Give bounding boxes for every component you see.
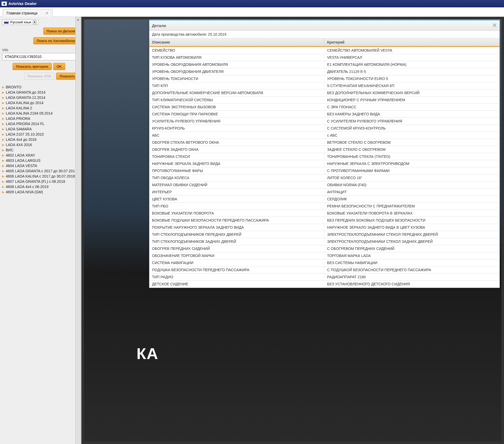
- tree-item[interactable]: ▶4609 LADA NIVA (GM): [2, 189, 78, 195]
- cell-description: ОБОГРЕВ ЗАДНЕГО ОКНА: [149, 146, 324, 153]
- cell-criterion: 5-СТУПЕНЧАТАЯ МЕХАНИЧЕСКАЯ КП: [324, 82, 500, 89]
- tree-item[interactable]: ▶4603 LADA LARGUS: [2, 158, 78, 163]
- model-tree: ▶BRONTO▶LADA GRANTA до 2014▶LADA GRANTA …: [2, 84, 78, 195]
- tree-item[interactable]: ▶LADA PRIORA 2014 FL: [2, 121, 78, 126]
- tree-item[interactable]: ▶4608 LADA 4x4 с 06.2019: [2, 184, 78, 189]
- cell-criterion: С ПОДУШКОЙ БЕЗОПАСНОСТИ ПЕРЕДНЕГО ПАССАЖ…: [324, 266, 500, 273]
- cell-description: ПОДУШКА БЕЗОПАСНОСТИ ПЕРЕДНЕГО ПАССАЖИРА: [149, 266, 324, 273]
- cell-criterion: ЛИТОЕ КОЛЕСО 16": [324, 174, 500, 181]
- tree-item[interactable]: ▶4604 LADA VESTA: [2, 163, 78, 168]
- sidebar: Русский язык ▼ Поиск по Детали Поиск по …: [0, 17, 81, 444]
- close-icon[interactable]: ✕: [45, 11, 49, 15]
- tree-item[interactable]: ▶LADA SAMARA: [2, 126, 78, 132]
- table-row: УРОВЕНЬ ТОКСИЧНОСТИУРОВЕНЬ ТОКСИЧНОСТИ E…: [149, 75, 500, 82]
- col-description: Описание: [149, 38, 324, 46]
- app-title: AvtoVaz Dealer: [8, 1, 37, 6]
- tree-item[interactable]: ▶4606 LADA KALINA с 2017 до 30.07.2018: [2, 174, 78, 179]
- table-row: ОБОГРЕВ СТЕКЛА ВЕТРОВОГО ОКНАВЕТРОВОЕ СТ…: [149, 139, 500, 146]
- tab-label: Главная страница: [7, 11, 38, 15]
- cell-description: ПРОТИВОТУМАННЫЕ ФАРЫ: [149, 167, 324, 174]
- cell-criterion: ЗАДНЕЕ СТЕКЛО С ОБОГРЕВОМ: [324, 146, 500, 153]
- cell-description: СИСТЕМА ЭКСТРЕННЫХ ВЫЗОВОВ: [149, 104, 324, 110]
- cell-description: СИСТЕМА ПОМОЩИ ПРИ ПАРКОВКЕ: [149, 111, 324, 117]
- cell-criterion: БЕЗ СИСТЕМЫ НАВИГАЦИИ: [324, 259, 500, 266]
- cell-criterion: АНТРАЦИТ: [324, 189, 500, 195]
- tree-item[interactable]: ▶LADA GRANTA 12.2014: [2, 95, 78, 100]
- tree-item[interactable]: ▶BRONTO: [2, 84, 78, 90]
- production-date: Дата производства автомобиля: 25.10.2019: [149, 31, 500, 38]
- ok-button[interactable]: OK: [53, 63, 65, 70]
- tree-item[interactable]: ▶ВИС: [2, 147, 78, 153]
- tree-item[interactable]: ▶LADA 4X4 2016: [2, 142, 78, 147]
- cell-description: ТИП СТЕКЛОПОДЪЕМНИКОВ ЗАДНИХ ДВЕРЕЙ: [149, 238, 324, 245]
- cell-criterion: БЕЗ УСТАНОВЛЕННОГО ДЕТСКОГО СИДЕНИЯ: [324, 281, 500, 287]
- cell-criterion: ВЕТРОВОЕ СТЕКЛО С ОБОГРЕВОМ: [324, 139, 500, 146]
- show-criteria-button[interactable]: Показать критерии: [13, 63, 52, 70]
- cell-description: УСИЛИТЕЛЬ РУЛЕВОГО УПРАВЛЕНИЯ: [149, 118, 324, 125]
- table-row: ТИП ОБОДА КОЛЕСАЛИТОЕ КОЛЕСО 16": [149, 174, 500, 181]
- table-row: ОБОГРЕВ ПЕРЕДНИХ СИДЕНИЙС ОБОГРЕВОМ ПЕРЕ…: [149, 245, 500, 252]
- cell-description: АБС: [149, 132, 324, 139]
- table-row: ТИП КЛИМАТИЧЕСКОЙ СИСТЕМЫКОНДИЦИОНЕР С Р…: [149, 97, 500, 104]
- table-row: АБСс АБС: [149, 132, 500, 139]
- cell-criterion: ТОРГОВАЯ МАРКА LADA: [324, 252, 500, 259]
- chevron-right-icon: ▶: [2, 117, 4, 120]
- cell-description: ОБОГРЕВ СТЕКЛА ВЕТРОВОГО ОКНА: [149, 139, 324, 146]
- col-criterion: Критерий: [324, 38, 500, 46]
- table-row: СИСТЕМА ПОМОЩИ ПРИ ПАРКОВКЕБЕЗ КАМЕРЫ ЗА…: [149, 111, 500, 118]
- cell-description: УРОВЕНЬ ОБОРУДОВАНИЯ АВТОМОБИЛЯ: [149, 61, 324, 68]
- details-header: Детали ✕: [149, 20, 500, 31]
- cell-description: ТИП ОБОДА КОЛЕСА: [149, 174, 324, 181]
- tree-item[interactable]: ▶LADA KALINA 2: [2, 105, 78, 111]
- tree-item[interactable]: ▶4605 LADA GRANTA с 2017 до 30.07.201: [2, 168, 78, 174]
- scroll-up-icon[interactable]: ▲: [76, 17, 81, 22]
- tree-item[interactable]: ▶LADA 2107 25.10.2010: [2, 132, 78, 137]
- chevron-right-icon: ▶: [2, 91, 4, 94]
- search-car-button[interactable]: Поиск по Автомобилю: [33, 37, 78, 44]
- cell-description: ОБОЗНАЧЕНИЕ ТОРГОВОЙ МАРКИ: [149, 252, 324, 259]
- vin-input[interactable]: [2, 53, 78, 60]
- table-row: ТИП РАДИОРАДИОАППАРАТ 2180: [149, 274, 500, 281]
- tab-main[interactable]: Главная страница ✕: [3, 9, 52, 17]
- tree-item-label: LADA KALINA 2194 09.2014: [6, 111, 52, 115]
- language-select[interactable]: Русский язык ▼: [2, 19, 38, 25]
- sidebar-scrollbar[interactable]: ▲: [75, 17, 81, 444]
- table-row: ТИП КПП5-СТУПЕНЧАТАЯ МЕХАНИЧЕСКАЯ КП: [149, 82, 500, 89]
- tree-item-label: LADA KALINA 2: [6, 106, 32, 110]
- chevron-right-icon: ▶: [2, 180, 4, 183]
- details-title: Детали: [152, 23, 166, 28]
- cell-criterion: с АБС: [324, 132, 500, 139]
- table-row: ТОНИРОВКА СТЕКОЛТОНИРОВАННЫЕ СТЕКЛА (TIN…: [149, 153, 500, 160]
- tree-item[interactable]: ▶LADA GRANTA до 2014: [2, 90, 78, 95]
- table-row: ПОКРЫТИЕ НАРУЖНОГО ЗЕРКАЛА ЗАДНЕГО ВИДАН…: [149, 224, 500, 231]
- show-vcd-button: Показать VCD: [24, 73, 55, 80]
- cell-criterion: БЕЗ ПЕРЕДНИХ БОКОВЫХ ПОДУШЕК БЕЗОПАСНОСТ…: [324, 217, 500, 224]
- close-icon[interactable]: ✕: [492, 22, 497, 29]
- tree-item[interactable]: ▶LADA KALINA до 2014: [2, 100, 78, 105]
- tabbar: Главная страница ✕: [0, 7, 504, 17]
- search-detail-button[interactable]: Поиск по Детали: [43, 28, 78, 35]
- tree-item-label: LADA PRIORA: [6, 116, 30, 121]
- cell-description: НАРУЖНЫЕ ЗЕРКАЛА ЗАДНЕГО ВИДА: [149, 160, 324, 167]
- tree-item[interactable]: ▶LADA KALINA 2194 09.2014: [2, 111, 78, 116]
- tree-item[interactable]: ▶4602 LADA XRAY: [2, 153, 78, 158]
- cell-description: ПОКРЫТИЕ НАРУЖНОГО ЗЕРКАЛА ЗАДНЕГО ВИДА: [149, 224, 324, 231]
- tree-item-label: 4609 LADA NIVA (GM): [6, 190, 43, 194]
- table-row: НАРУЖНЫЕ ЗЕРКАЛА ЗАДНЕГО ВИДАНАРУЖНЫЕ ЗЕ…: [149, 160, 500, 167]
- tree-item-label: BRONTO: [6, 85, 22, 89]
- flag-icon: [4, 21, 9, 24]
- tree-item[interactable]: ▶4607 LADA GRANTA (FL) с 08.2018: [2, 179, 78, 184]
- vin-label: VIN:: [2, 48, 78, 52]
- cell-criterion: ОБИВКИ NORMA (F40): [324, 181, 500, 188]
- table-row: ТИП РБОРЕМНИ БЕЗОПАСНОСТИ С ПРЕДНАТЯЖИТЕ…: [149, 203, 500, 210]
- table-row: СЕМЕЙСТВОСЕМЕЙСТВО АВТОМОБИЛЕЙ VESTA: [149, 47, 500, 54]
- tree-item[interactable]: ▶LADA 4x4 до 2016: [2, 137, 78, 142]
- tree-item-label: LADA GRANTA до 2014: [6, 90, 45, 94]
- cell-description: ИНТЕРЬЕР: [149, 189, 324, 195]
- tree-item-label: 4607 LADA GRANTA (FL) с 08.2018: [6, 179, 65, 184]
- chevron-right-icon: ▶: [2, 96, 4, 99]
- tree-item[interactable]: ▶LADA PRIORA: [2, 116, 78, 121]
- tree-item-label: 4602 LADA XRAY: [6, 153, 35, 157]
- cell-criterion: БЕЗ ДОПОЛНИТЕЛЬНЫХ КОММЕРЧЕСКИХ ВЕРСИЙ: [324, 89, 500, 96]
- chevron-down-icon[interactable]: ▼: [33, 20, 36, 24]
